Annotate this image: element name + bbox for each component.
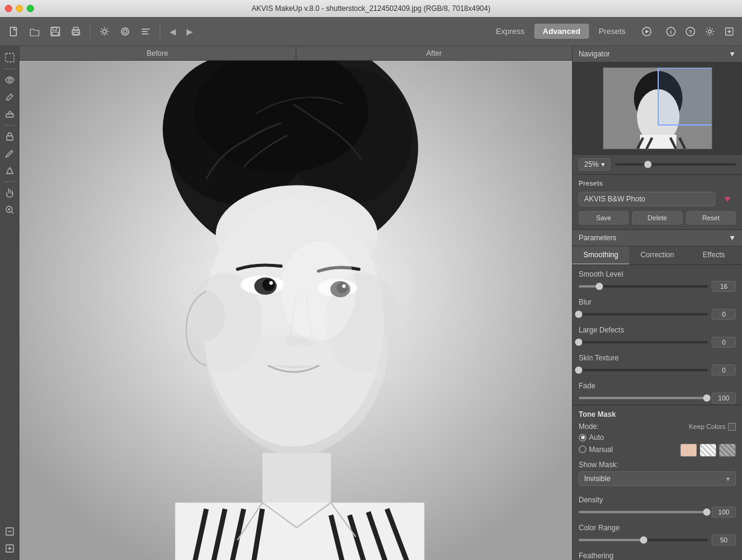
smooth-level-value[interactable]: 16 — [712, 281, 736, 292]
swatch-pattern2[interactable] — [719, 444, 736, 457]
open-icon[interactable] — [26, 22, 44, 41]
density-slider[interactable] — [579, 511, 708, 513]
dropper-tool-icon[interactable] — [2, 146, 18, 161]
forward-icon[interactable]: ▶ — [182, 24, 197, 39]
blur-thumb[interactable] — [575, 311, 582, 318]
tab-correction[interactable]: Correction — [629, 246, 686, 265]
smooth-level-label: Smooth Level — [579, 270, 736, 278]
fade-value[interactable]: 100 — [712, 393, 736, 403]
presets-section: Presets AKVIS B&W Photo ♥ Save Delete Re… — [573, 175, 742, 230]
mode-label: Mode: — [579, 422, 599, 431]
tab-presets[interactable]: Presets — [590, 24, 634, 39]
before-label: Before — [19, 46, 296, 60]
svg-rect-51 — [640, 135, 676, 149]
smooth-level-slider[interactable] — [579, 285, 708, 288]
reset-preset-button[interactable]: Reset — [686, 211, 736, 224]
density-fill — [579, 511, 708, 513]
bottom-icon1[interactable] — [2, 524, 18, 539]
eraser-tool-icon[interactable] — [2, 106, 18, 122]
large-defects-slider[interactable] — [579, 341, 708, 343]
auto-label: Auto — [589, 433, 604, 442]
window-title: AKVIS MakeUp v.8.0 - shutterstock_212450… — [251, 4, 490, 13]
plugin-icon[interactable] — [721, 24, 737, 39]
save-preset-button[interactable]: Save — [579, 211, 628, 224]
swatch-skin[interactable] — [680, 444, 697, 457]
svg-point-9 — [121, 28, 129, 35]
show-mask-dropdown: Invisible ▼ — [579, 471, 736, 486]
back-icon[interactable]: ◀ — [165, 24, 180, 39]
zoom-thumb[interactable] — [644, 161, 652, 168]
zoom-tool-icon[interactable] — [2, 202, 18, 218]
blur-value[interactable]: 0 — [712, 309, 736, 320]
skin-texture-slider-row: 0 — [579, 365, 736, 376]
tab-effects[interactable]: Effects — [686, 246, 742, 265]
fade-slider[interactable] — [579, 397, 708, 399]
canvas-view[interactable] — [19, 61, 572, 560]
show-mask-select-row: Invisible ▼ — [579, 471, 736, 491]
brush-tool-icon[interactable] — [2, 89, 18, 105]
settings2-icon[interactable] — [116, 22, 134, 41]
selection-tool-icon[interactable] — [2, 50, 18, 66]
stamp-tool-icon[interactable] — [2, 129, 18, 144]
manual-radio[interactable] — [579, 445, 587, 453]
large-defects-thumb[interactable] — [575, 339, 582, 346]
svg-marker-11 — [645, 30, 649, 33]
zoom-slider[interactable] — [615, 163, 736, 166]
fade-slider-row: 100 — [579, 393, 736, 403]
zoom-value: 25% — [584, 160, 599, 169]
fade-thumb[interactable] — [703, 394, 710, 402]
tab-smoothing[interactable]: Smoothing — [573, 246, 629, 265]
sep2 — [160, 24, 160, 39]
settings1-icon[interactable] — [95, 22, 114, 41]
hand-tool-icon[interactable] — [2, 185, 18, 201]
skin-texture-thumb[interactable] — [575, 366, 582, 374]
blur-slider[interactable] — [579, 313, 708, 315]
bottom-icon2[interactable] — [2, 541, 18, 556]
tab-express[interactable]: Express — [488, 24, 533, 39]
color-range-thumb[interactable] — [640, 536, 647, 544]
tab-advanced[interactable]: Advanced — [534, 24, 589, 39]
gear-icon[interactable] — [702, 24, 718, 39]
save-icon[interactable] — [46, 22, 64, 41]
density-value[interactable]: 100 — [712, 507, 736, 518]
play-icon[interactable] — [638, 22, 656, 41]
presets-actions: Save Delete Reset — [579, 211, 736, 224]
tone-mask-title: Tone Mask — [579, 410, 736, 419]
parameters-header[interactable]: Parameters ▼ — [573, 230, 742, 246]
mode-tabs: Express Advanced Presets — [488, 22, 656, 41]
print-icon[interactable] — [67, 22, 85, 41]
presets-select[interactable]: AKVIS B&W Photo — [579, 192, 715, 206]
fade-label: Fade — [579, 382, 736, 390]
settings3-icon[interactable] — [137, 22, 155, 41]
toolbar: ◀ ▶ Express Advanced Presets i ? — [0, 17, 742, 46]
navigator-header[interactable]: Navigator ▼ — [573, 46, 742, 62]
skin-texture-slider[interactable] — [579, 369, 708, 371]
paint-tool-icon[interactable] — [2, 163, 18, 178]
delete-preset-button[interactable]: Delete — [632, 211, 682, 224]
show-mask-select[interactable]: Invisible — [579, 471, 736, 486]
navigator-zoom-row: 25% ▾ — [573, 155, 742, 175]
auto-radio[interactable] — [579, 434, 587, 442]
smooth-level-thumb[interactable] — [596, 283, 603, 290]
keep-colors-checkbox[interactable] — [728, 423, 736, 431]
navigator-thumbnail — [603, 67, 712, 149]
large-defects-value[interactable]: 0 — [712, 337, 736, 348]
close-button[interactable] — [5, 5, 12, 12]
skin-texture-value[interactable]: 0 — [712, 365, 736, 376]
color-range-value[interactable]: 50 — [712, 535, 736, 545]
swatch-pattern1[interactable] — [699, 444, 716, 457]
new-icon[interactable] — [5, 22, 23, 41]
eye-tool-icon[interactable] — [2, 72, 18, 88]
help-icon[interactable]: ? — [682, 24, 698, 39]
favorite-button[interactable]: ♥ — [719, 191, 736, 207]
zoom-badge[interactable]: 25% ▾ — [579, 158, 610, 170]
after-label: After — [296, 46, 573, 60]
density-slider-row: 100 — [579, 507, 736, 518]
maximize-button[interactable] — [27, 5, 34, 12]
info-icon[interactable]: i — [663, 24, 679, 39]
density-thumb[interactable] — [703, 508, 710, 516]
svg-rect-20 — [6, 114, 13, 117]
color-range-slider[interactable] — [579, 539, 708, 541]
minimize-button[interactable] — [16, 5, 23, 12]
tool-sep3 — [4, 181, 16, 182]
